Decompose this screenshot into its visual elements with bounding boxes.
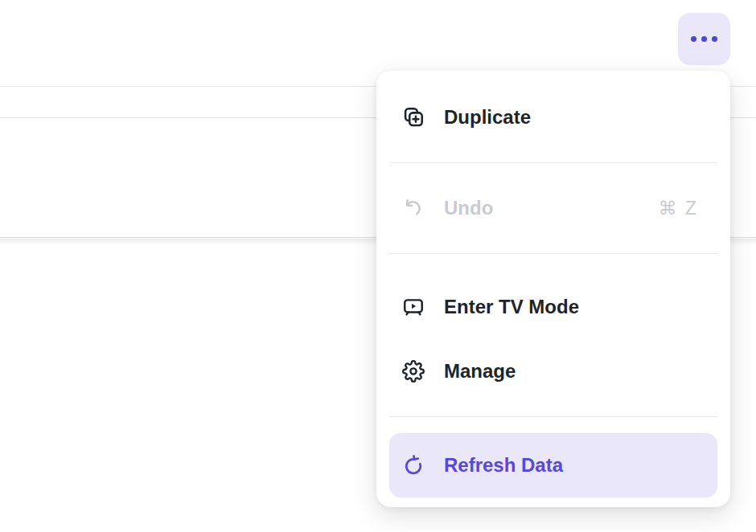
undo-icon xyxy=(402,197,425,219)
refresh-icon xyxy=(402,454,425,477)
menu-item-label: Enter TV Mode xyxy=(444,296,579,318)
menu-item-duplicate[interactable]: Duplicate xyxy=(376,85,730,149)
keyboard-shortcut: ⌘ Z xyxy=(659,198,698,219)
more-options-menu: Duplicate Undo ⌘ Z Enter TV M xyxy=(376,71,730,507)
menu-item-manage[interactable]: Manage xyxy=(376,339,730,403)
menu-item-label: Undo xyxy=(444,197,493,219)
menu-divider xyxy=(389,416,717,417)
duplicate-icon xyxy=(402,106,425,129)
menu-divider xyxy=(389,162,717,163)
menu-divider xyxy=(389,253,717,254)
menu-item-label: Manage xyxy=(444,360,516,383)
menu-item-label: Duplicate xyxy=(444,106,531,129)
menu-item-label: Refresh Data xyxy=(444,454,563,477)
menu-item-undo[interactable]: Undo ⌘ Z xyxy=(376,176,730,240)
tv-icon xyxy=(402,296,425,318)
app-window: some of the most basic revenue m Filter … xyxy=(0,0,756,532)
ellipsis-icon xyxy=(691,36,696,42)
menu-item-refresh-data[interactable]: Refresh Data xyxy=(389,433,717,497)
gear-icon xyxy=(402,360,425,383)
menu-item-enter-tv-mode[interactable]: Enter TV Mode xyxy=(376,275,730,339)
more-options-button[interactable] xyxy=(678,13,730,65)
